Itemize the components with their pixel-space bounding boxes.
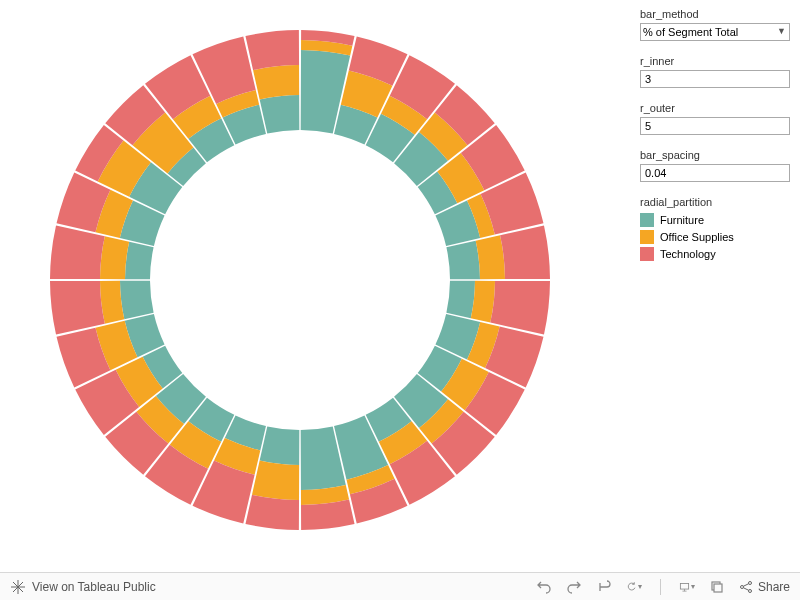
radial-segment[interactable]: [120, 281, 154, 320]
controls-panel: bar_method ▼ r_inner r_outer bar_spacing…: [640, 0, 800, 560]
radial-segment[interactable]: [50, 281, 105, 335]
svg-point-11: [748, 589, 751, 592]
radial-segment[interactable]: [260, 95, 300, 134]
radial-segment[interactable]: [252, 461, 299, 500]
bar-method-select[interactable]: [640, 23, 790, 41]
legend: radial_partition FurnitureOffice Supplie…: [640, 196, 790, 261]
radial-segment[interactable]: [50, 225, 105, 279]
tableau-logo-icon[interactable]: [10, 579, 26, 595]
undo-icon[interactable]: [536, 579, 552, 595]
radial-segment[interactable]: [245, 495, 299, 530]
bar-spacing-input[interactable]: [640, 164, 790, 182]
svg-point-10: [748, 581, 751, 584]
legend-label: Technology: [660, 248, 716, 260]
r-inner-label: r_inner: [640, 55, 790, 67]
radial-segment[interactable]: [253, 65, 299, 99]
tableau-toolbar: View on Tableau Public ▾ ▾ Share: [0, 572, 800, 600]
radial-segment[interactable]: [476, 235, 505, 279]
radial-segment[interactable]: [245, 30, 299, 70]
svg-point-9: [740, 585, 743, 588]
revert-icon[interactable]: [596, 579, 612, 595]
r-outer-label: r_outer: [640, 102, 790, 114]
legend-label: Furniture: [660, 214, 704, 226]
radial-segment[interactable]: [446, 281, 475, 319]
legend-item[interactable]: Technology: [640, 247, 790, 261]
svg-rect-8: [714, 584, 722, 592]
radial-chart: [0, 0, 640, 560]
legend-label: Office Supplies: [660, 231, 734, 243]
toolbar-divider: [660, 579, 661, 595]
download-icon[interactable]: [709, 579, 725, 595]
legend-item[interactable]: Furniture: [640, 213, 790, 227]
share-label: Share: [758, 580, 790, 594]
legend-swatch: [640, 230, 654, 244]
chevron-down-icon: ▼: [777, 26, 786, 36]
redo-icon[interactable]: [566, 579, 582, 595]
r-outer-input[interactable]: [640, 117, 790, 135]
radial-segment[interactable]: [125, 242, 154, 280]
r-inner-input[interactable]: [640, 70, 790, 88]
view-on-tableau-link[interactable]: View on Tableau Public: [32, 580, 156, 594]
svg-rect-4: [680, 583, 688, 589]
svg-line-12: [743, 583, 748, 586]
radial-segment[interactable]: [500, 225, 550, 279]
presentation-icon[interactable]: ▾: [679, 579, 695, 595]
radial-segment[interactable]: [100, 236, 129, 279]
share-button[interactable]: Share: [739, 580, 790, 594]
refresh-icon[interactable]: ▾: [626, 579, 642, 595]
bar-method-label: bar_method: [640, 8, 790, 20]
legend-item[interactable]: Office Supplies: [640, 230, 790, 244]
radial-segment[interactable]: [446, 241, 480, 280]
radial-segment[interactable]: [260, 426, 300, 465]
svg-line-13: [743, 587, 748, 590]
legend-swatch: [640, 213, 654, 227]
legend-title: radial_partition: [640, 196, 790, 208]
legend-swatch: [640, 247, 654, 261]
bar-spacing-label: bar_spacing: [640, 149, 790, 161]
